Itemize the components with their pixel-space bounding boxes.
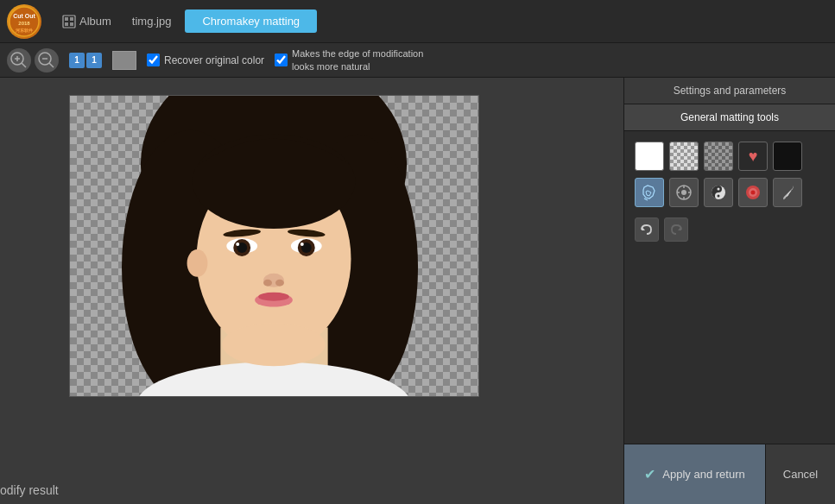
svg-rect-7 bbox=[65, 22, 68, 26]
svg-text:2018: 2018 bbox=[18, 21, 30, 26]
svg-line-15 bbox=[49, 63, 54, 67]
svg-point-32 bbox=[300, 243, 304, 246]
undo-redo-row bbox=[635, 214, 825, 242]
tools-area: ♥ bbox=[624, 131, 835, 444]
svg-rect-8 bbox=[70, 22, 73, 26]
zoom-out-button[interactable] bbox=[35, 48, 59, 72]
bg-white-btn[interactable] bbox=[635, 142, 664, 171]
bg-checker-btn[interactable] bbox=[669, 142, 699, 171]
chromakey-button[interactable]: Chromakey matting bbox=[185, 9, 317, 33]
main-area: odify result Settings and parameters Gen… bbox=[0, 78, 835, 504]
album-label: Album bbox=[79, 15, 111, 28]
apply-label: Apply and return bbox=[662, 468, 744, 481]
svg-point-49 bbox=[718, 195, 720, 198]
canvas-area: odify result bbox=[0, 78, 623, 504]
badge-1: 1 bbox=[69, 53, 85, 68]
svg-text:河东软件: 河东软件 bbox=[16, 28, 34, 33]
color-swatch[interactable] bbox=[112, 51, 136, 70]
tab-matting-tools[interactable]: General matting tools bbox=[624, 104, 835, 131]
svg-point-38 bbox=[187, 249, 208, 277]
num-badges: 1 1 bbox=[69, 53, 102, 68]
logo-area: Cut Out 2018 河东软件 bbox=[7, 4, 41, 39]
cancel-button[interactable]: Cancel bbox=[766, 444, 835, 504]
svg-point-34 bbox=[263, 280, 272, 287]
badge-2: 1 bbox=[86, 53, 102, 68]
svg-point-39 bbox=[222, 323, 325, 366]
undo-icon bbox=[639, 222, 655, 237]
yinyang-tool-btn[interactable] bbox=[704, 178, 733, 207]
color-icon bbox=[744, 184, 762, 201]
undo-button[interactable] bbox=[635, 217, 659, 242]
toolbar2: 1 1 Recover original color Makes the edg… bbox=[0, 43, 835, 78]
svg-line-12 bbox=[22, 63, 26, 67]
feather-tool-btn[interactable] bbox=[773, 178, 802, 207]
filename-label: timg.jpg bbox=[125, 11, 179, 31]
portrait-image bbox=[70, 96, 478, 396]
edge-checkbox[interactable] bbox=[275, 54, 288, 66]
svg-point-52 bbox=[751, 191, 756, 195]
apply-return-button[interactable]: ✔ Apply and return bbox=[624, 444, 766, 504]
album-button[interactable]: Album bbox=[55, 11, 118, 32]
bg-checker2-btn[interactable] bbox=[704, 142, 733, 171]
svg-point-35 bbox=[275, 280, 284, 287]
svg-rect-6 bbox=[70, 17, 73, 21]
lasso-icon bbox=[641, 184, 658, 201]
tab-settings[interactable]: Settings and parameters bbox=[624, 78, 835, 104]
bottom-buttons: ✔ Apply and return Cancel bbox=[624, 444, 835, 504]
svg-point-48 bbox=[718, 188, 720, 191]
svg-point-28 bbox=[236, 243, 239, 246]
checkmark-icon: ✔ bbox=[644, 466, 655, 482]
modify-result-label: odify result bbox=[0, 483, 59, 497]
bg-heart-btn[interactable]: ♥ bbox=[738, 142, 768, 171]
topbar: Cut Out 2018 河东软件 Album timg.jpg Chromak… bbox=[0, 0, 835, 43]
redo-icon bbox=[668, 222, 684, 237]
recover-label: Recover original color bbox=[164, 54, 264, 66]
lasso-tool-btn[interactable] bbox=[635, 178, 664, 207]
bg-black-btn[interactable] bbox=[773, 142, 802, 171]
zoom-controls bbox=[7, 48, 59, 72]
eraser-tool-btn[interactable] bbox=[669, 178, 699, 207]
svg-line-40 bbox=[644, 198, 648, 200]
yinyang-icon bbox=[710, 184, 727, 201]
album-icon bbox=[62, 15, 76, 28]
right-panel: Settings and parameters General matting … bbox=[623, 78, 835, 504]
svg-text:Cut Out: Cut Out bbox=[13, 13, 35, 19]
bg-preview-row: ♥ bbox=[635, 142, 825, 171]
svg-point-37 bbox=[258, 293, 289, 301]
eraser-icon bbox=[675, 184, 693, 201]
zoom-in-button[interactable] bbox=[7, 48, 31, 72]
app-logo: Cut Out 2018 河东软件 bbox=[7, 4, 41, 39]
feather-icon bbox=[779, 184, 796, 201]
image-container[interactable] bbox=[69, 95, 479, 397]
svg-rect-5 bbox=[65, 17, 68, 21]
panel-tabs: Settings and parameters General matting … bbox=[624, 78, 835, 131]
edge-label: Makes the edge of modificationlooks more… bbox=[292, 47, 423, 72]
recover-checkbox[interactable] bbox=[147, 54, 160, 66]
edge-checkbox-group: Makes the edge of modificationlooks more… bbox=[275, 47, 423, 72]
recover-checkbox-group: Recover original color bbox=[147, 54, 264, 66]
svg-point-42 bbox=[681, 190, 686, 195]
tools-row bbox=[635, 178, 825, 207]
redo-button[interactable] bbox=[664, 217, 688, 242]
color-tool-btn[interactable] bbox=[738, 178, 768, 207]
